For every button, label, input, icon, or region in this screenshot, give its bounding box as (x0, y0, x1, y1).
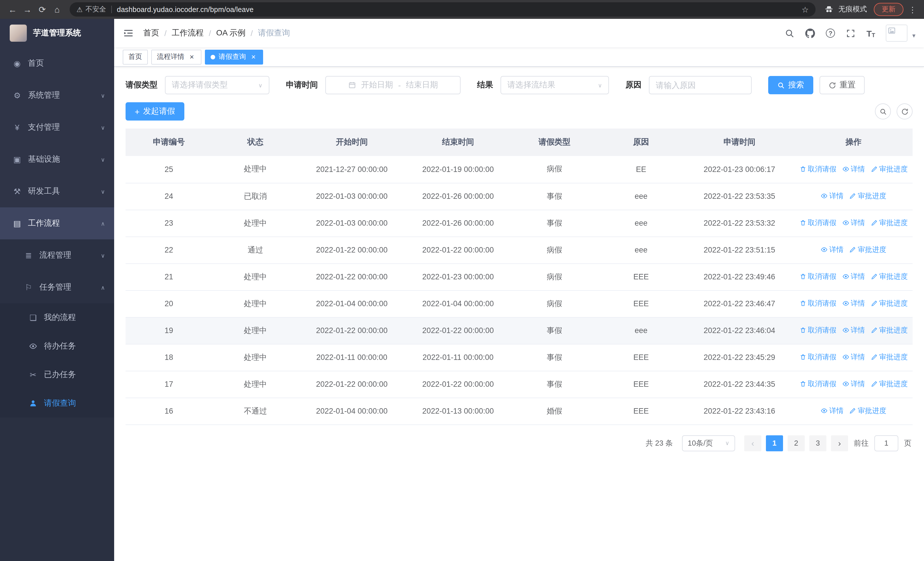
chevron-down-icon: ∨ (258, 82, 262, 88)
sidebar-item-dev-tools[interactable]: ⚒研发工具∨ (0, 175, 114, 208)
result-select[interactable]: 请选择流结果 ∨ (501, 76, 609, 94)
sidebar-item-system-management[interactable]: ⚙系统管理∨ (0, 80, 114, 111)
approval-progress-link[interactable]: 审批进度 (849, 406, 886, 416)
cell-status: 处理中 (212, 290, 298, 317)
approval-progress-link[interactable]: 审批进度 (871, 218, 908, 228)
approval-progress-link[interactable]: 审批进度 (871, 164, 908, 174)
home-icon[interactable]: ⌂ (50, 2, 64, 17)
detail-link[interactable]: 详情 (821, 245, 843, 255)
approval-progress-link[interactable]: 审批进度 (871, 379, 908, 389)
page-button-3[interactable]: 3 (809, 435, 826, 451)
refresh-table-button[interactable] (897, 104, 913, 119)
apply-time-daterange[interactable]: 开始日期 - 结束日期 (325, 76, 460, 94)
detail-link[interactable]: 详情 (842, 299, 865, 308)
approval-progress-link[interactable]: 审批进度 (871, 352, 908, 362)
header-search-icon[interactable] (785, 28, 795, 38)
chevron-up-icon: ∧ (101, 284, 105, 290)
cancel-leave-link[interactable]: 取消请假 (799, 218, 836, 228)
sidebar-item-todo-tasks[interactable]: 待办任务 (0, 332, 114, 361)
approval-progress-link[interactable]: 审批进度 (849, 191, 886, 201)
sidebar-item-workflow[interactable]: ▤工作流程∧ (0, 208, 114, 239)
prev-page-button[interactable]: ‹ (744, 435, 761, 451)
cell-applied: 2022-01-22 23:46:47 (684, 290, 795, 317)
reset-button[interactable]: 重置 (819, 76, 865, 94)
cell-end: 2022-01-26 00:00:00 (405, 183, 511, 210)
font-size-icon[interactable]: TT (866, 28, 875, 38)
eye-icon (27, 342, 39, 350)
sidebar-item-my-process[interactable]: ❏我的流程 (0, 303, 114, 332)
app-title: 芋道管理系统 (33, 28, 81, 38)
search-toggle-button[interactable] (875, 104, 891, 119)
hamburger-icon[interactable] (123, 27, 134, 39)
bookmark-star-icon[interactable]: ☆ (802, 5, 809, 14)
cell-reason: EEE (598, 290, 684, 317)
sidebar-item-done-tasks[interactable]: ✂已办任务 (0, 361, 114, 389)
cell-reason: EEE (598, 263, 684, 290)
cancel-leave-link[interactable]: 取消请假 (799, 352, 836, 362)
address-bar[interactable]: ⚠ 不安全 dashboard.yudao.iocoder.cn/bpm/oa/… (70, 2, 816, 17)
close-icon[interactable]: × (249, 53, 257, 61)
tab-process-detail[interactable]: 流程详情× (151, 50, 201, 64)
cell-end: 2022-01-22 00:00:00 (405, 371, 511, 398)
github-icon[interactable] (805, 28, 815, 38)
breadcrumb-item[interactable]: OA 示例 (216, 28, 246, 38)
close-icon[interactable]: × (188, 53, 196, 61)
approval-progress-link[interactable]: 审批进度 (871, 299, 908, 308)
detail-link[interactable]: 详情 (842, 352, 865, 362)
user-avatar[interactable] (886, 24, 908, 42)
detail-link[interactable]: 详情 (842, 326, 865, 335)
forward-icon[interactable]: → (20, 2, 35, 17)
search-button[interactable]: 搜索 (768, 76, 813, 94)
reload-icon[interactable]: ⟳ (35, 2, 50, 17)
detail-link[interactable]: 详情 (821, 191, 843, 201)
approval-progress-link[interactable]: 审批进度 (871, 272, 908, 282)
next-page-button[interactable]: › (831, 435, 848, 451)
cancel-leave-link[interactable]: 取消请假 (799, 326, 836, 335)
approval-progress-link[interactable]: 审批进度 (849, 245, 886, 255)
cancel-leave-link[interactable]: 取消请假 (799, 272, 836, 282)
cell-applied: 2022-01-22 23:43:16 (684, 398, 795, 424)
cancel-leave-link[interactable]: 取消请假 (799, 379, 836, 389)
page-size-select[interactable]: 10条/页 ∨ (682, 435, 735, 451)
cancel-leave-link[interactable]: 取消请假 (799, 164, 836, 174)
cell-reason: eee (598, 236, 684, 263)
sidebar-item-process-management[interactable]: ≣流程管理∨ (0, 239, 114, 271)
detail-link[interactable]: 详情 (842, 164, 865, 174)
page-button-2[interactable]: 2 (788, 435, 805, 451)
eye-icon (842, 327, 849, 334)
approval-progress-link[interactable]: 审批进度 (871, 326, 908, 335)
task-icon: ⚐ (23, 283, 34, 292)
breadcrumb-item[interactable]: 首页 (143, 28, 159, 38)
sidebar-item-task-management[interactable]: ⚐任务管理∧ (0, 271, 114, 303)
detail-link[interactable]: 详情 (842, 218, 865, 228)
help-icon[interactable]: ? (826, 29, 835, 38)
back-icon[interactable]: ← (5, 2, 20, 17)
leave-type-select[interactable]: 请选择请假类型 ∨ (165, 76, 269, 94)
cell-applied: 2022-01-22 23:46:04 (684, 317, 795, 344)
cell-end: 2022-01-22 00:00:00 (405, 236, 511, 263)
detail-link[interactable]: 详情 (842, 379, 865, 389)
sidebar-item-payment-management[interactable]: ¥支付管理∨ (0, 111, 114, 143)
reason-input[interactable] (656, 81, 745, 90)
edit-icon (871, 273, 878, 280)
kebab-menu-icon[interactable]: ⋮ (909, 5, 916, 14)
cancel-leave-link[interactable]: 取消请假 (799, 299, 836, 308)
app-logo[interactable]: 芋道管理系统 (0, 19, 114, 47)
sidebar-item-infrastructure[interactable]: ▣基础设施∨ (0, 143, 114, 175)
divider (111, 6, 112, 13)
tab-home[interactable]: 首页 (123, 50, 148, 64)
fullscreen-icon[interactable] (846, 28, 855, 38)
reason-input-wrap (649, 76, 752, 94)
create-leave-button[interactable]: + 发起请假 (126, 102, 184, 120)
chevron-down-icon: ∨ (725, 440, 729, 446)
page-button-1[interactable]: 1 (766, 435, 783, 451)
goto-page-input[interactable] (874, 435, 898, 451)
cell-status: 处理中 (212, 371, 298, 398)
sidebar-item-home[interactable]: ◉首页 (0, 47, 114, 80)
detail-link[interactable]: 详情 (821, 406, 843, 416)
update-button[interactable]: 更新 (874, 3, 903, 16)
sidebar-item-leave-query[interactable]: 请假查询 (0, 389, 114, 418)
detail-link[interactable]: 详情 (842, 272, 865, 282)
breadcrumb-item[interactable]: 工作流程 (172, 28, 204, 38)
tab-leave-query[interactable]: 请假查询× (205, 50, 263, 64)
